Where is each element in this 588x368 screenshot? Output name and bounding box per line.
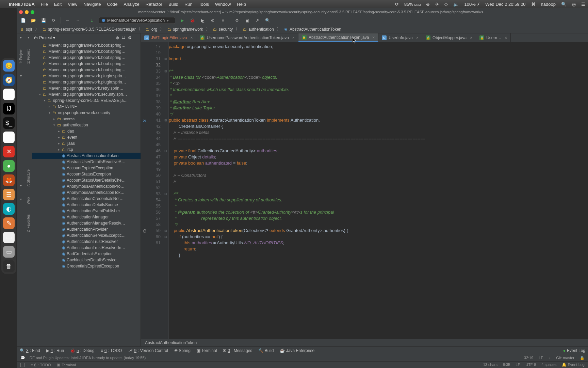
bottom-tool-tab[interactable]: 🔨 Build	[258, 348, 274, 353]
dock-app-icon[interactable]: ☰	[3, 189, 15, 200]
close-tab-icon[interactable]: ×	[292, 35, 295, 40]
tool-icon[interactable]: ⚙	[233, 17, 240, 24]
status-datetime[interactable]: Wed Dec 2 20:59:00	[485, 2, 525, 7]
tree-row[interactable]: ◉AuthenticationEventPublisher	[32, 208, 141, 214]
code-line[interactable]: // =====================================…	[169, 136, 588, 142]
line-number[interactable]: 46	[148, 148, 163, 154]
line-number[interactable]: 57	[148, 215, 163, 221]
tree-row[interactable]: ◉AbstractUserDetailsReactiveA…	[32, 159, 141, 165]
code-line[interactable]	[169, 62, 588, 68]
tree-row[interactable]: 🗀Maven: org.springframework.boot:spring…	[32, 55, 141, 61]
line-number[interactable]: 42	[148, 123, 163, 129]
tree-row[interactable]: 🗀Maven: org.springframework.retry:sprin…	[32, 85, 141, 91]
tree-arrow-icon[interactable]: ▸	[52, 117, 56, 121]
tree-row[interactable]: ◉AccountStatusUserDetailsChe…	[32, 177, 141, 183]
run-configuration-dropdown[interactable]: ⬢ MerchantCenterWebApplication ▾	[99, 17, 175, 24]
app-name[interactable]: IntelliJ IDEA	[9, 2, 35, 7]
code-line[interactable]: return;	[169, 246, 588, 252]
line-number[interactable]: 50	[148, 172, 163, 179]
collapse-icon[interactable]: ▸	[20, 35, 22, 39]
crumb-item[interactable]: 🗀security	[213, 27, 233, 32]
code-line[interactable]	[169, 166, 588, 172]
tree-row[interactable]: ◉CachingUserDetailsService	[32, 257, 141, 263]
coverage-icon[interactable]: ▶̲	[199, 17, 206, 24]
dock-terminal-icon[interactable]: $_	[3, 117, 15, 129]
line-number[interactable]: 58	[148, 221, 163, 228]
tree-arrow-icon[interactable]: ▸	[57, 148, 61, 151]
footer-todo[interactable]: ≡ 6: TODO	[31, 363, 51, 367]
dock-finder-icon[interactable]: 😊	[3, 60, 15, 72]
dock-textedit-icon[interactable]: T	[3, 132, 15, 143]
editor-tab[interactable]: CUserInfo.java×	[378, 33, 422, 42]
tree-row[interactable]: ▸🗀jaas	[32, 140, 141, 147]
code-line[interactable]: * Creates a token with the supplied arra…	[169, 197, 588, 203]
fold-toggle-icon[interactable]: ⊟	[163, 228, 168, 234]
line-number[interactable]: 17	[148, 44, 163, 50]
dock-app-icon[interactable]: ▭	[3, 232, 15, 243]
code-line[interactable]: */	[169, 221, 588, 228]
code-line[interactable]: public AbstractAuthenticationToken(Colle…	[169, 228, 588, 234]
line-number[interactable]: 38	[148, 99, 163, 105]
bottom-tool-tab[interactable]: ⎇ 9: Version Control	[128, 348, 168, 353]
tree-row[interactable]: ◉AccountStatusException	[32, 171, 141, 177]
tree-row[interactable]: ◉AnonymousAuthenticationPro…	[32, 183, 141, 189]
tree-arrow-icon[interactable]: ▸	[57, 142, 61, 145]
tree-row[interactable]: ◉AuthenticationProvider	[32, 226, 141, 232]
tree-row[interactable]: ▾🗀Maven: org.springframework.security:sp…	[32, 91, 141, 97]
menu-tools[interactable]: Tools	[199, 2, 209, 7]
crumb-item[interactable]: ◉AbstractAuthenticationToken	[283, 27, 341, 32]
line-number[interactable]: 34	[148, 74, 163, 80]
line-ending[interactable]: LF	[539, 356, 543, 360]
git-branch[interactable]: Git: master	[556, 356, 574, 360]
code-line[interactable]: /**	[169, 191, 588, 197]
menu-view[interactable]: View	[68, 2, 77, 7]
menu-code[interactable]: Code	[107, 2, 117, 7]
tree-row[interactable]: ▾🗀authentication	[32, 122, 141, 128]
crumb-item[interactable]: 🗀org	[145, 27, 157, 32]
tool-window-web[interactable]: Web	[27, 197, 30, 204]
tree-row[interactable]: ◉AbstractAuthenticationToken	[32, 153, 141, 159]
tree-arrow-icon[interactable]: ▸	[57, 136, 61, 139]
line-number[interactable]: 52	[148, 185, 163, 191]
dock-firefox-icon[interactable]: 🦊	[3, 174, 15, 186]
tree-row[interactable]: 🗀Maven: org.springframework.boot:spring…	[32, 61, 141, 67]
forward-icon[interactable]: →	[75, 17, 81, 24]
tree-row[interactable]: 🗀Maven: org.springframework.boot:spring…	[32, 48, 141, 55]
tree-row[interactable]: ▸🗀rcp	[32, 147, 141, 153]
crumb-item[interactable]: 🗀spring-security-core-5.3.5.RELEASE-sour…	[42, 27, 135, 32]
code-line[interactable]: package org.springframework.security.aut…	[169, 44, 588, 50]
siri-icon[interactable]: ◎	[572, 2, 576, 7]
status-user[interactable]: hadoop	[541, 2, 556, 7]
ide-update-message[interactable]: IDE and Plugin Updates: IntelliJ IDEA is…	[29, 356, 146, 360]
footer-eventlog[interactable]: 🔔 Event Log	[562, 363, 585, 367]
tree-row[interactable]: ◉AuthenticationServiceExceptic…	[32, 232, 141, 239]
tree-row[interactable]: ◉AnonymousAuthenticationTok…	[32, 189, 141, 196]
menu-window[interactable]: Window	[215, 2, 231, 7]
tree-arrow-icon[interactable]: ▾	[38, 93, 42, 96]
tree-row[interactable]: ◉AuthenticationDetailsSource	[32, 202, 141, 208]
close-tab-icon[interactable]: ×	[416, 35, 419, 40]
event-log-tab[interactable]: ●Event Log	[563, 348, 585, 353]
editor-tab[interactable]: 🔒ObjectMapper.java×	[422, 33, 476, 42]
tree-row[interactable]: ◉AuthenticationTrustResolverIn…	[32, 245, 141, 251]
code-line[interactable]	[169, 185, 588, 191]
fold-gutter[interactable]: ⊞⊟⊟⊟⊟⊟⊟	[163, 42, 169, 339]
tree-row[interactable]: 🗀Maven: org.springframework.plugin:sprin…	[32, 79, 141, 85]
search-icon[interactable]: 🔍	[264, 17, 271, 24]
menu-edit[interactable]: Edit	[54, 2, 62, 7]
menu-build[interactable]: Build	[168, 2, 178, 7]
line-number[interactable]: 39	[148, 105, 163, 111]
status-icon[interactable]: ✈	[435, 2, 439, 7]
line-number[interactable]: 36	[148, 87, 163, 93]
code-line[interactable]: * <p>	[169, 80, 588, 87]
tool-icon[interactable]: ↗	[254, 17, 261, 24]
dock-app-icon[interactable]: ●	[3, 160, 15, 172]
code-line[interactable]: private Object details;	[169, 154, 588, 160]
bottom-tool-tab[interactable]: 🔍 3: Find	[20, 348, 40, 353]
crumb-item[interactable]: 🗀authentication	[242, 27, 274, 32]
line-number[interactable]: 53	[148, 191, 163, 197]
code-line[interactable]: // =====================================…	[169, 179, 588, 185]
dock-trash-icon[interactable]: 🗑	[3, 260, 15, 272]
footer-le[interactable]: LF	[516, 363, 520, 367]
bottom-tool-tab[interactable]: ❀ Spring	[174, 348, 191, 353]
